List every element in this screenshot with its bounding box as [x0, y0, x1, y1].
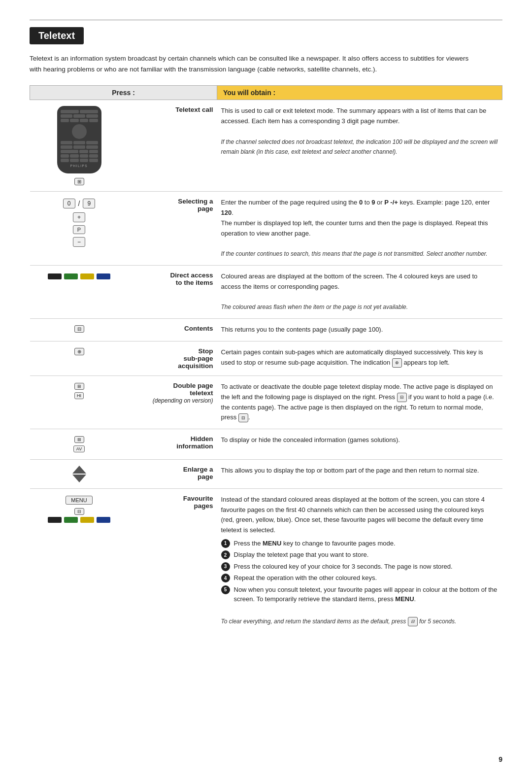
label-double-page: Double pageteletext (depending on versio…: [129, 376, 217, 429]
label-hidden-info: Hiddeninformation: [129, 429, 217, 460]
table-row: ⊞ AV Hiddeninformation To display or hid…: [30, 429, 502, 460]
double-page-button-icon: ⊞ HI: [34, 382, 125, 400]
table-row: ⊟ Contents This returns you to the conte…: [30, 319, 502, 341]
desc-teletext-call: This is used to call or exit teletext mo…: [217, 100, 502, 192]
label-contents: Contents: [129, 319, 217, 341]
label-favourite: Favouritepages: [129, 488, 217, 632]
hidden-info-button-icon: ⊞ AV: [34, 435, 125, 453]
table-row: PHILIPS ⊞ Teletext call This is used to …: [30, 100, 502, 192]
label-enlarge: Enlarge apage: [129, 459, 217, 488]
contents-button-icon: ⊟: [34, 325, 125, 333]
press-header: Press :: [30, 86, 217, 100]
obtain-header: You will obtain :: [217, 86, 502, 100]
remote-control-icon: PHILIPS ⊞: [34, 106, 125, 185]
intro-paragraph: Teletext is an information system broadc…: [30, 53, 473, 74]
desc-stop-subpage: Certain pages contain sub-pages which ar…: [217, 341, 502, 376]
teletext-button-icon: ⊞: [74, 178, 84, 185]
favourite-pages-icon: MENU ⊟: [34, 495, 125, 523]
label-stop-subpage: Stopsub-pageacquisition: [129, 341, 217, 376]
desc-direct-access: Coloured areas are displayed at the bott…: [217, 266, 502, 319]
table-row: Direct accessto the items Coloured areas…: [30, 266, 502, 319]
label-direct-access: Direct accessto the items: [129, 266, 217, 319]
label-selecting-page: Selecting apage: [129, 192, 217, 266]
desc-enlarge: This allows you to display the top or bo…: [217, 459, 502, 488]
table-row: 0 / 9 + P − Selecting apage: [30, 192, 502, 266]
table-row: ⊕ Stopsub-pageacquisition Certain pages …: [30, 341, 502, 376]
desc-hidden-info: To display or hide the concealed informa…: [217, 429, 502, 460]
table-row: Enlarge apage This allows you to display…: [30, 459, 502, 488]
table-row: ⊞ HI Double pageteletext (depending on v…: [30, 376, 502, 429]
page-title: Teletext: [30, 27, 502, 53]
desc-selecting-page: Enter the number of the page required us…: [217, 192, 502, 266]
desc-favourite: Instead of the standard coloured areas d…: [217, 488, 502, 632]
desc-contents: This returns you to the contents page (u…: [217, 319, 502, 341]
page-number: 9: [499, 755, 502, 763]
desc-double-page: To activate or deactivate the double pag…: [217, 376, 502, 429]
label-teletext-call: Teletext call: [129, 100, 217, 192]
color-buttons-icon: [34, 273, 125, 279]
table-row: MENU ⊟ Favouritepages Instead of the sta…: [30, 488, 502, 632]
enlarge-button-icon: [34, 466, 125, 482]
favourite-steps-list: 1 Press the MENU key to change to favour…: [221, 539, 499, 604]
number-buttons-icon: 0 / 9 + P −: [34, 198, 125, 248]
stop-subpage-button-icon: ⊕: [34, 347, 125, 355]
